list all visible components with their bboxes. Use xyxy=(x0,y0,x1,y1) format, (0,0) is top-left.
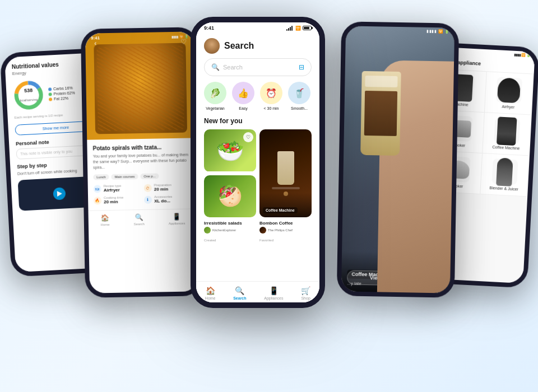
nav-search[interactable]: 🔍 Search xyxy=(133,213,144,226)
recipe-meta: 🍽 Recipe type Airfryer ⏱ Preparation 20 … xyxy=(94,183,192,205)
recipe-hero-image xyxy=(94,43,187,134)
center-search-label: Search xyxy=(233,296,246,300)
category-vegetarian[interactable]: 🥬 Vegetarian xyxy=(204,82,226,110)
appliance-coffee-machine[interactable]: Coffee Machine xyxy=(483,113,532,156)
heart-icon-salad[interactable]: ♡ xyxy=(243,132,253,142)
calorie-value: 538 xyxy=(20,87,38,94)
philips-chef-avatar xyxy=(259,227,266,234)
kitchen-explorer-action: Created xyxy=(204,239,216,242)
smoothie-label: Smooth... xyxy=(291,106,308,110)
categories-row: 🥬 Vegetarian 👍 Easy ⏰ < 30 min 🥤 Smooth.… xyxy=(196,82,319,117)
recipe-type-value: Airfryer xyxy=(104,188,122,193)
bottom-navigation: 🏠 Home 🔍 Search 📱 Appliances xyxy=(88,209,197,230)
filter-icon[interactable]: ⊟ xyxy=(299,63,304,71)
search-bar[interactable]: 🔍 Search ⊟ xyxy=(204,58,312,76)
prep-time-value: 20 min xyxy=(154,186,171,192)
status-icons: ▮▮▮▮ 🛜 🔋 xyxy=(171,35,188,39)
status-time-center: 9:41 xyxy=(204,25,214,31)
center-nav-appliances[interactable]: 📱 Appliances xyxy=(264,286,283,300)
donut-chart: 538 kcal/serving xyxy=(12,79,45,111)
phone-coffee-photo: ▮▮▮▮ 🛜 🔋 Coffee Machine ...y late View ♥… xyxy=(337,21,460,298)
kitchen-explorer-name: KitchenExplorer xyxy=(212,228,236,232)
30min-label: < 30 min xyxy=(263,106,279,110)
recipe-type-icon: 🍽 xyxy=(94,185,101,193)
accessories-icon: ℹ xyxy=(144,196,152,204)
appliance-blender[interactable]: Blender & Juicer xyxy=(480,153,530,197)
easy-label: Easy xyxy=(239,106,248,110)
appliance-airfryer[interactable]: Airfryer xyxy=(484,72,534,115)
recipe-description: You and your family love potatoes bu... … xyxy=(93,152,191,170)
30min-circle: ⏰ xyxy=(260,82,282,104)
philips-chef-action: Favorited xyxy=(259,239,273,242)
recipes-grid: ♡ Coffee Machine xyxy=(196,129,319,281)
search-icon: 🔍 xyxy=(211,63,220,71)
prep-time-icon: ⏱ xyxy=(144,184,152,192)
center-bottom-navigation: 🏠 Home 🔍 Search 📱 Appliances 🛒 Shop xyxy=(196,281,319,302)
nutrition-legend: Carbs 16% Protein 62% Fat 22% xyxy=(48,86,75,101)
status-bar: 9:41 🛜 xyxy=(196,22,319,34)
search-placeholder: Search xyxy=(223,64,295,71)
accessories-value: XL do... xyxy=(154,198,172,204)
tag-one[interactable]: One p... xyxy=(140,174,159,180)
airfryer-name: Airfryer xyxy=(502,105,514,109)
category-smoothie[interactable]: 🥤 Smooth... xyxy=(288,82,310,110)
battery-icon xyxy=(303,26,312,30)
vegetarian-label: Vegetarian xyxy=(206,106,224,110)
mini-status-icons: ▮▮▮▮ 🛜 🔋 xyxy=(514,53,531,58)
nav-appliances[interactable]: 📱 Appliances xyxy=(169,213,185,226)
center-shop-label: Shop xyxy=(301,296,310,300)
search-header: Search xyxy=(196,34,319,58)
recipe-tags: Lunch Main courses One p... xyxy=(93,173,191,180)
airfryer-icon xyxy=(496,77,522,103)
user-avatar[interactable] xyxy=(204,38,220,54)
cook-time-icon: 🔥 xyxy=(94,197,101,205)
blender-icon xyxy=(491,158,518,185)
salad-recipe-title: Irresistible salads xyxy=(204,221,256,226)
new-for-you-heading: New for you xyxy=(196,117,319,129)
center-nav-search[interactable]: 🔍 Search xyxy=(233,286,246,300)
nav-home[interactable]: 🏠 Home xyxy=(100,214,109,226)
tag-lunch[interactable]: Lunch xyxy=(93,174,109,180)
coffee-machine-badge: Coffee Machine xyxy=(263,207,298,213)
philips-chef-name: The Philips Chef xyxy=(268,228,293,232)
play-button[interactable] xyxy=(53,187,66,200)
coffee-machine-name: Coffee Machine xyxy=(492,145,520,151)
search-page-title: Search xyxy=(224,41,254,51)
easy-circle: 👍 xyxy=(232,82,254,104)
phone-recipe-detail: 9:41 ▮▮▮▮ 🛜 🔋 ‹ ♡ Potato spirals with tz… xyxy=(81,27,203,298)
recipe-title: Potato spirals with tzata... xyxy=(92,143,190,151)
status-icons-center: 🛜 xyxy=(286,26,312,31)
coffee-recipe-title: Bombon Coffee xyxy=(259,221,312,226)
center-nav-home[interactable]: 🏠 Home xyxy=(205,286,216,300)
kitchen-explorer-avatar xyxy=(204,227,211,234)
cook-time-value: 20 min xyxy=(104,199,123,205)
phone-search-main: 9:41 🛜 Search 🔍 Search xyxy=(191,17,325,308)
status-time: 9:41 xyxy=(91,35,100,40)
smoothie-circle: 🥤 xyxy=(288,82,310,104)
center-nav-shop[interactable]: 🛒 Shop xyxy=(301,286,310,300)
recipe-card-coffee[interactable]: Coffee Machine xyxy=(259,129,312,217)
calorie-unit: kcal/serving xyxy=(20,97,38,102)
coffee-machine-icon xyxy=(494,118,520,144)
recipe-card-salad[interactable]: ♡ xyxy=(204,129,256,172)
signal-bars xyxy=(286,26,293,31)
tag-main[interactable]: Main courses xyxy=(112,174,138,180)
category-30min[interactable]: ⏰ < 30 min xyxy=(260,82,282,110)
center-home-label: Home xyxy=(205,296,216,300)
vegetarian-circle: 🥬 xyxy=(204,82,226,104)
center-appliances-label: Appliances xyxy=(264,296,283,300)
blender-name: Blender & Juicer xyxy=(489,186,518,192)
category-easy[interactable]: 👍 Easy xyxy=(232,82,254,110)
recipe-card-salad2[interactable] xyxy=(204,175,256,218)
